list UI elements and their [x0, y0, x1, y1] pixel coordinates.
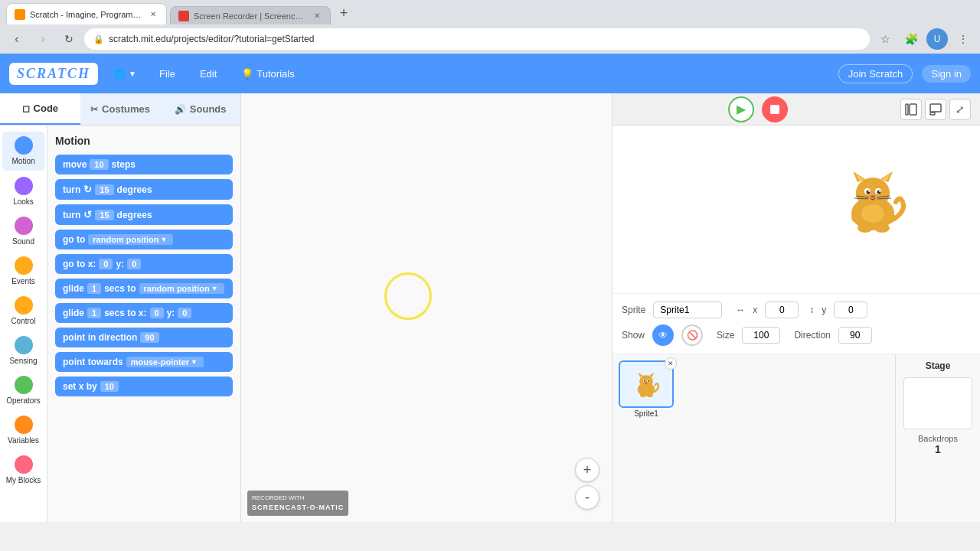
globe-button[interactable]: 🌐 ▼ [107, 65, 142, 83]
browser-forward[interactable]: › [32, 28, 54, 50]
sign-in-button[interactable]: Sign in [922, 65, 971, 83]
category-motion[interactable]: Motion [2, 132, 45, 171]
tutorials-button[interactable]: 💡 Tutorials [234, 65, 302, 83]
svg-point-34 [645, 382, 647, 383]
category-operators[interactable]: Operators [2, 371, 45, 409]
inactive-tab[interactable]: Screen Recorder | Screencast... ✕ [170, 6, 331, 24]
cursor-circle [384, 272, 432, 320]
zoom-in-button[interactable]: + [575, 458, 599, 482]
stage-panel: ▶ ⤢ [612, 93, 980, 522]
green-flag-icon: ▶ [737, 102, 746, 116]
category-variables[interactable]: Variables [2, 411, 45, 449]
blocks-list: Motion move 10 steps turn ↻ 15 degrees [47, 126, 240, 522]
sprites-area: ✕ Sprite1 Stage Backdrops 1 [612, 354, 980, 522]
browser-back[interactable]: ‹ [6, 28, 28, 50]
size-input[interactable] [742, 327, 780, 344]
stage-backdrop-thumb[interactable] [903, 377, 972, 429]
category-control[interactable]: Control [2, 292, 45, 330]
section-title: Motion [55, 135, 233, 147]
myblocks-dot [15, 455, 33, 474]
menu-icon[interactable]: ⋮ [952, 28, 974, 50]
block-glide-xy[interactable]: glide 1 secs to x: 0 y: 0 [55, 303, 233, 323]
sprite-x-label: x [753, 305, 757, 315]
costumes-tab[interactable]: ✂ Costumes [80, 93, 161, 125]
zoom-out-button[interactable]: - [575, 485, 599, 510]
code-tab-icon: ◻ [22, 103, 30, 114]
category-events[interactable]: Events [2, 252, 45, 290]
category-sensing[interactable]: Sensing [2, 331, 45, 370]
sprite-label: Sprite [622, 305, 645, 315]
scratch-logo[interactable]: SCRATCH [9, 63, 98, 85]
sprite-thumb-sprite1[interactable]: ✕ Sprite1 [619, 360, 674, 418]
turn-ccw-icon: ↺ [83, 209, 92, 220]
svg-point-32 [644, 380, 645, 382]
profile-icon[interactable]: U [926, 28, 948, 50]
tab-close-recorder[interactable]: ✕ [312, 11, 322, 21]
operators-dot [15, 376, 33, 394]
sprite-info: Sprite ↔ x ↕ y Show 👁 🚫 Size Direction [612, 294, 980, 354]
layout-small-button[interactable] [900, 99, 922, 120]
category-sound[interactable]: Sound [2, 212, 45, 250]
looks-label: Looks [13, 197, 34, 206]
cat-sprite [835, 164, 911, 239]
direction-input[interactable] [838, 327, 872, 344]
tab-close-scratch[interactable]: ✕ [148, 9, 158, 20]
block-point-direction[interactable]: point in direction 90 [55, 328, 233, 347]
sprite-delete-button[interactable]: ✕ [665, 357, 677, 370]
sprite-name-input[interactable] [653, 302, 722, 318]
sound-label: Sound [12, 237, 34, 246]
file-menu[interactable]: File [152, 65, 183, 83]
lock-icon: 🔒 [93, 34, 104, 44]
editor-main: ◻ Code ✂ Costumes 🔊 Sounds [0, 93, 980, 522]
stop-button[interactable] [762, 96, 788, 122]
layout-large-button[interactable] [925, 99, 946, 120]
new-tab-button[interactable]: + [334, 3, 354, 23]
edit-menu[interactable]: Edit [192, 65, 224, 83]
sprite-thumb-label: Sprite1 [619, 409, 674, 418]
variables-label: Variables [8, 436, 39, 445]
show-label: Show [622, 330, 645, 341]
sensing-label: Sensing [9, 357, 37, 365]
block-goto-random[interactable]: go to random position ▼ [55, 230, 233, 249]
block-point-towards[interactable]: point towards mouse-pointer ▼ [55, 352, 233, 372]
stop-icon [770, 105, 779, 114]
globe-icon: 🌐 [113, 68, 126, 80]
tab-favicon-recorder [178, 11, 189, 21]
svg-point-27 [639, 375, 653, 387]
svg-point-14 [868, 191, 870, 192]
block-turn-ccw[interactable]: turn ↺ 15 degrees [55, 204, 233, 225]
sprite-y-input[interactable] [834, 302, 867, 318]
address-bar-row: ‹ › ↻ 🔒 scratch.mit.edu/projects/editor/… [0, 24, 980, 54]
code-tab[interactable]: ◻ Code [0, 93, 80, 125]
browser-refresh[interactable]: ↻ [58, 28, 80, 50]
fullscreen-button[interactable]: ⤢ [949, 99, 971, 120]
block-glide-random[interactable]: glide 1 secs to random position ▼ [55, 279, 233, 298]
show-hidden-button[interactable]: 🚫 [681, 324, 703, 346]
svg-point-36 [647, 393, 653, 397]
category-my-blocks[interactable]: My Blocks [2, 451, 45, 490]
address-bar[interactable]: 🔒 scratch.mit.edu/projects/editor/?tutor… [84, 28, 870, 50]
sprite-y-label: y [822, 305, 826, 315]
join-scratch-button[interactable]: Join Scratch [838, 64, 913, 83]
control-dot [15, 296, 33, 315]
active-tab[interactable]: Scratch - Imagine, Program, ... ✕ [6, 3, 167, 24]
sounds-tab[interactable]: 🔊 Sounds [160, 93, 240, 125]
turn-cw-icon: ↻ [83, 184, 92, 195]
block-move[interactable]: move 10 steps [55, 155, 233, 174]
looks-dot [15, 177, 33, 195]
block-turn-cw[interactable]: turn ↻ 15 degrees [55, 179, 233, 200]
svg-point-5 [856, 178, 890, 208]
block-set-x[interactable]: set x by 10 [55, 377, 233, 396]
show-visible-button[interactable]: 👁 [652, 324, 674, 346]
extensions-icon[interactable]: 🧩 [900, 28, 922, 50]
sprite-x-input[interactable] [765, 302, 799, 318]
zoom-controls: + - [575, 458, 599, 510]
editor-tabs: ◻ Code ✂ Costumes 🔊 Sounds [0, 93, 240, 126]
green-flag-button[interactable]: ▶ [728, 96, 754, 122]
backdrops-label: Backdrops [918, 434, 958, 443]
category-looks[interactable]: Looks [2, 172, 45, 210]
bookmark-icon[interactable]: ☆ [874, 28, 896, 50]
stage-toolbar: ▶ ⤢ [612, 93, 980, 126]
block-goto-xy[interactable]: go to x: 0 y: 0 [55, 254, 233, 274]
scratch-header: SCRATCH 🌐 ▼ File Edit 💡 Tutorials Join S… [0, 54, 980, 93]
